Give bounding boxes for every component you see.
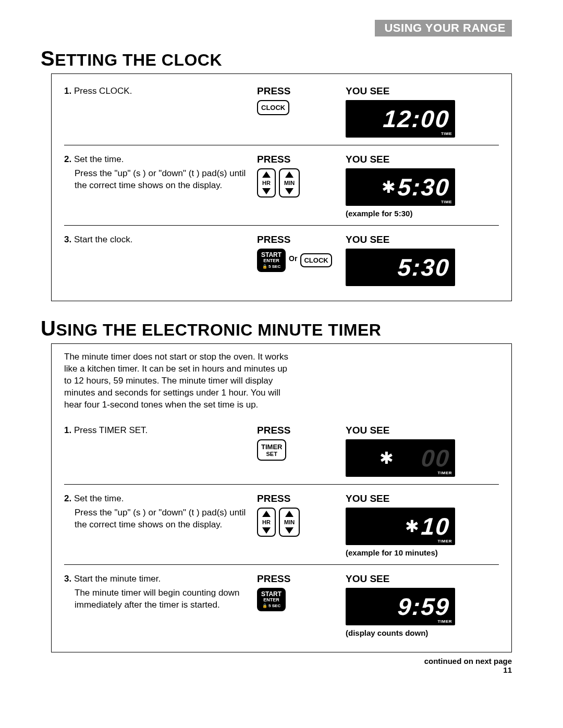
yousee-col: YOU SEE ✱ 5:30 TIME (example for 5:30) — [346, 154, 499, 218]
display-sublabel: TIME — [441, 200, 452, 204]
hr-label: HR — [262, 180, 271, 186]
snowflake-icon: ✱ — [405, 516, 419, 536]
yousee-heading: YOU SEE — [346, 154, 499, 165]
yousee-heading: YOU SEE — [346, 493, 499, 504]
min-updown-button[interactable]: MIN — [279, 168, 300, 198]
clock-button[interactable]: CLOCK — [300, 253, 332, 267]
display-screen: 5:30 — [346, 249, 455, 286]
display-digits: 9:59 — [397, 593, 451, 621]
section-title-timer: USING THE ELECTRONIC MINUTE TIMER — [41, 317, 563, 340]
section-title-clock: SETTING THE CLOCK — [41, 47, 563, 70]
snowflake-icon: ✱ — [382, 177, 396, 197]
press-col: PRESS CLOCK — [257, 85, 340, 138]
step-subtext: Press the "up" (s ) or "down" (t ) pad(s… — [64, 168, 252, 192]
min-updown-button[interactable]: MIN — [279, 508, 300, 537]
step-row: 2. Set the time. Press the "up" (s ) or … — [64, 145, 499, 225]
display-sublabel: TIMER — [438, 471, 452, 475]
display-caption: (example for 5:30) — [346, 209, 499, 218]
step-text: 2. Set the time. Press the "up" (s ) or … — [64, 154, 252, 218]
step-text: 1. Press CLOCK. — [64, 85, 252, 138]
press-col: PRESS START ENTER 🔒 5 SEC — [257, 573, 340, 637]
press-col: PRESS HR MIN — [257, 154, 340, 218]
yousee-col: YOU SEE ✱ 00 TIMER — [346, 425, 499, 477]
display-digits: 5:30 — [397, 173, 451, 201]
header-tab: USING YOUR RANGE — [375, 20, 512, 36]
press-heading: PRESS — [257, 154, 340, 165]
yousee-col: YOU SEE 9:59 TIMER (display counts down) — [346, 573, 499, 637]
press-col: PRESS TIMER SET — [257, 425, 340, 477]
display-sublabel: TIMER — [438, 619, 452, 624]
display-sublabel: TIMER — [438, 539, 452, 544]
display-screen: 9:59 TIMER — [346, 588, 455, 625]
section1-box: 1. Press CLOCK. PRESS CLOCK YOU SEE 12:0… — [51, 73, 512, 301]
press-heading: PRESS — [257, 573, 340, 585]
step-text: 3. Start the minute timer. The minute ti… — [64, 573, 252, 637]
yousee-heading: YOU SEE — [346, 85, 499, 97]
or-label: Or — [289, 254, 297, 263]
display-ghost-digits: 00 — [420, 444, 451, 472]
timer-set-button[interactable]: TIMER SET — [257, 439, 286, 461]
display-digits: 12:00 — [382, 105, 450, 133]
page-number: 11 — [0, 665, 512, 674]
yousee-heading: YOU SEE — [346, 425, 499, 436]
step-subtext: Press the "up" (s ) or "down" (t ) pad(s… — [64, 507, 252, 531]
press-heading: PRESS — [257, 234, 340, 245]
yousee-col: YOU SEE ✱ 10 TIMER (example for 10 minut… — [346, 493, 499, 557]
triangle-down-icon — [285, 188, 293, 194]
continued-label: continued on next page — [0, 657, 512, 665]
hr-updown-button[interactable]: HR — [257, 508, 276, 537]
step-row: 1. Press CLOCK. PRESS CLOCK YOU SEE 12:0… — [64, 81, 499, 145]
section2-box: The minute timer does not start or stop … — [51, 343, 512, 652]
press-col: PRESS START ENTER 🔒 5 SEC Or CLOCK — [257, 234, 340, 286]
press-col: PRESS HR MIN — [257, 493, 340, 557]
yousee-col: YOU SEE 12:00 TIME — [346, 85, 499, 138]
min-label: MIN — [284, 180, 295, 186]
step-row: 1. Press TIMER SET. PRESS TIMER SET YOU … — [64, 421, 499, 484]
press-heading: PRESS — [257, 425, 340, 436]
hr-updown-button[interactable]: HR — [257, 168, 276, 198]
step-text: 1. Press TIMER SET. — [64, 425, 252, 477]
triangle-up-icon — [285, 171, 293, 178]
display-caption: (example for 10 minutes) — [346, 548, 499, 557]
step-row: 2. Set the time. Press the "up" (s ) or … — [64, 484, 499, 564]
yousee-col: YOU SEE 5:30 — [346, 234, 499, 286]
triangle-down-icon — [285, 527, 293, 534]
step-subtext: The minute timer will begin counting dow… — [64, 587, 252, 611]
step-text: 2. Set the time. Press the "up" (s ) or … — [64, 493, 252, 557]
hr-label: HR — [262, 519, 271, 525]
min-label: MIN — [284, 519, 295, 525]
press-heading: PRESS — [257, 85, 340, 97]
display-screen: ✱ 10 TIMER — [346, 508, 455, 545]
yousee-heading: YOU SEE — [346, 234, 499, 245]
triangle-down-icon — [262, 527, 271, 534]
step-row: 3. Start the clock. PRESS START ENTER 🔒 … — [64, 225, 499, 293]
step-text: 3. Start the clock. — [64, 234, 252, 286]
step-row: 3. Start the minute timer. The minute ti… — [64, 564, 499, 645]
display-digits: 5:30 — [397, 253, 451, 281]
triangle-up-icon — [262, 511, 271, 517]
start-button[interactable]: START ENTER 🔒 5 SEC — [257, 249, 286, 272]
snowflake-icon: ✱ — [380, 448, 394, 468]
start-button[interactable]: START ENTER 🔒 5 SEC — [257, 588, 286, 611]
press-heading: PRESS — [257, 493, 340, 504]
display-digits: 10 — [420, 512, 451, 540]
display-screen: ✱ 5:30 TIME — [346, 168, 455, 206]
display-caption: (display counts down) — [346, 628, 499, 637]
display-screen: ✱ 00 TIMER — [346, 439, 455, 477]
intro-paragraph: The minute timer does not start or stop … — [64, 351, 293, 411]
triangle-down-icon — [262, 188, 271, 194]
display-screen: 12:00 TIME — [346, 100, 455, 138]
display-sublabel: TIME — [441, 131, 452, 136]
triangle-up-icon — [285, 511, 293, 517]
yousee-heading: YOU SEE — [346, 573, 499, 585]
triangle-up-icon — [262, 171, 271, 178]
clock-button[interactable]: CLOCK — [257, 100, 289, 115]
